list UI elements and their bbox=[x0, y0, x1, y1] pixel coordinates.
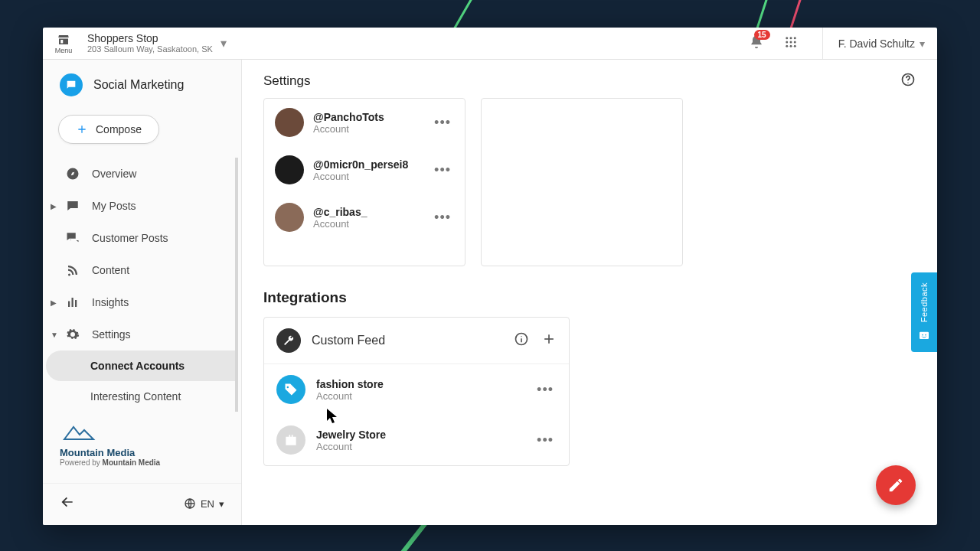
forum-icon bbox=[66, 231, 80, 245]
svg-point-5 bbox=[793, 41, 795, 43]
chevron-down-icon: ▾ bbox=[220, 36, 227, 51]
footer-brand-name: Mountain Media bbox=[60, 447, 224, 458]
sidebar-item-content[interactable]: Content bbox=[43, 254, 238, 286]
sidebar-item-customer-posts[interactable]: Customer Posts bbox=[43, 222, 238, 254]
briefcase-icon bbox=[283, 432, 299, 448]
page-title: Settings bbox=[263, 73, 310, 89]
sidebar: Social Marketing Compose Overview ▶ My P… bbox=[43, 60, 242, 525]
compose-button[interactable]: Compose bbox=[58, 115, 159, 144]
sidebar-item-label: Content bbox=[92, 264, 129, 276]
svg-point-4 bbox=[789, 41, 792, 43]
sidebar-item-label: Insights bbox=[92, 296, 129, 308]
smiley-icon bbox=[918, 330, 930, 342]
info-icon bbox=[514, 331, 529, 347]
integration-icon-wrap bbox=[276, 328, 301, 353]
account-menu-button[interactable]: ••• bbox=[431, 159, 454, 181]
account-type: Account bbox=[313, 171, 422, 182]
sidebar-item-label: Customer Posts bbox=[92, 232, 168, 244]
sidebar-item-label: Settings bbox=[92, 328, 131, 341]
integration-item-name: fashion store bbox=[316, 378, 523, 390]
sidebar-sub-label: Connect Accounts bbox=[90, 360, 185, 372]
sidebar-sub-connect-accounts[interactable]: Connect Accounts bbox=[46, 350, 238, 381]
svg-point-7 bbox=[789, 44, 792, 47]
integration-item-name: Jewelry Store bbox=[316, 429, 523, 441]
language-selector[interactable]: EN ▾ bbox=[184, 497, 224, 510]
bar-chart-icon bbox=[66, 295, 80, 309]
account-name: @PanchoTots bbox=[313, 111, 422, 123]
user-menu[interactable]: F. David Schultz ▾ bbox=[822, 28, 925, 59]
integration-item-menu-button[interactable]: ••• bbox=[534, 429, 557, 452]
sidebar-bottom-row: EN ▾ bbox=[43, 483, 241, 525]
rss-icon bbox=[66, 263, 80, 277]
apps-grid-icon bbox=[784, 35, 798, 49]
feedback-label: Feedback bbox=[920, 282, 929, 322]
sidebar-sub-label: Interesting Content bbox=[90, 390, 181, 403]
svg-point-20 bbox=[925, 334, 926, 336]
integration-item-menu-button[interactable]: ••• bbox=[534, 379, 557, 401]
location-address: 203 Salloum Way, Saskatoon, SK bbox=[87, 44, 213, 54]
pencil-icon bbox=[887, 477, 904, 494]
integration-item-type: Account bbox=[316, 390, 523, 402]
notifications-button[interactable]: 15 bbox=[749, 34, 764, 53]
gear-icon bbox=[66, 328, 80, 341]
sidebar-nav: Overview ▶ My Posts Customer Posts Conte… bbox=[43, 158, 241, 412]
brand-badge bbox=[60, 73, 83, 96]
sidebar-item-overview[interactable]: Overview bbox=[43, 158, 238, 190]
brand-row: Social Marketing bbox=[43, 60, 241, 107]
help-button[interactable] bbox=[900, 72, 916, 90]
store-icon bbox=[57, 33, 70, 47]
brand-name: Social Marketing bbox=[93, 78, 184, 92]
main-content: Settings @PanchoTots Account ••• bbox=[242, 60, 937, 525]
sidebar-item-label: My Posts bbox=[92, 200, 136, 212]
account-name: @0micr0n_persei8 bbox=[313, 158, 422, 171]
mountain-logo-icon bbox=[60, 422, 136, 444]
account-menu-button[interactable]: ••• bbox=[431, 112, 454, 134]
avatar bbox=[275, 155, 304, 184]
integration-info-button[interactable] bbox=[514, 331, 529, 350]
integration-card: Custom Feed bbox=[263, 317, 570, 466]
topbar: Menu Shoppers Stop 203 Salloum Way, Sask… bbox=[43, 28, 937, 60]
sidebar-item-insights[interactable]: ▶ Insights bbox=[43, 286, 238, 318]
chevron-down-icon: ▾ bbox=[920, 37, 925, 50]
plus-icon bbox=[76, 123, 88, 135]
tag-icon bbox=[283, 382, 299, 397]
compose-fab[interactable] bbox=[876, 465, 916, 505]
sidebar-item-settings[interactable]: ▼ Settings bbox=[43, 318, 238, 350]
app-window: Menu Shoppers Stop 203 Salloum Way, Sask… bbox=[43, 28, 937, 525]
account-menu-button[interactable]: ••• bbox=[431, 207, 454, 229]
svg-point-8 bbox=[793, 44, 795, 47]
avatar bbox=[276, 425, 305, 455]
avatar bbox=[276, 375, 305, 404]
chat-lines-icon bbox=[66, 199, 80, 213]
integration-item: fashion store Account ••• bbox=[264, 364, 569, 415]
wrench-icon bbox=[283, 334, 295, 347]
plus-icon bbox=[541, 331, 557, 347]
globe-icon bbox=[184, 497, 196, 510]
integration-title: Custom Feed bbox=[312, 334, 503, 347]
feedback-tab[interactable]: Feedback bbox=[911, 272, 937, 352]
apps-button[interactable] bbox=[784, 35, 798, 52]
accounts-card: @PanchoTots Account ••• @0micr0n_persei8… bbox=[263, 98, 466, 266]
footer-brand: Mountain Media Powered by Mountain Media bbox=[43, 412, 241, 471]
integration-item: Jewelry Store Account ••• bbox=[264, 415, 569, 465]
menu-button[interactable]: Menu bbox=[49, 33, 78, 54]
compose-label: Compose bbox=[96, 123, 142, 135]
language-label: EN bbox=[201, 498, 214, 510]
location-selector[interactable]: Shoppers Stop 203 Salloum Way, Saskatoon… bbox=[87, 32, 227, 54]
location-name: Shoppers Stop bbox=[87, 32, 213, 44]
back-button[interactable] bbox=[60, 494, 75, 513]
user-name: F. David Schultz bbox=[838, 37, 915, 50]
sidebar-sub-interesting-content[interactable]: Interesting Content bbox=[46, 381, 238, 412]
scrollbar[interactable] bbox=[235, 158, 238, 412]
account-name: @c_ribas_ bbox=[313, 206, 422, 218]
compass-icon bbox=[66, 167, 80, 181]
svg-point-2 bbox=[793, 37, 795, 39]
menu-label: Menu bbox=[55, 47, 73, 54]
integration-add-button[interactable] bbox=[541, 331, 557, 350]
caret-right-icon: ▶ bbox=[51, 202, 57, 210]
account-row: @PanchoTots Account ••• bbox=[264, 99, 465, 146]
sidebar-item-my-posts[interactable]: ▶ My Posts bbox=[43, 190, 238, 222]
empty-card bbox=[481, 98, 683, 266]
svg-point-15 bbox=[521, 336, 521, 337]
cursor-icon bbox=[327, 409, 339, 424]
